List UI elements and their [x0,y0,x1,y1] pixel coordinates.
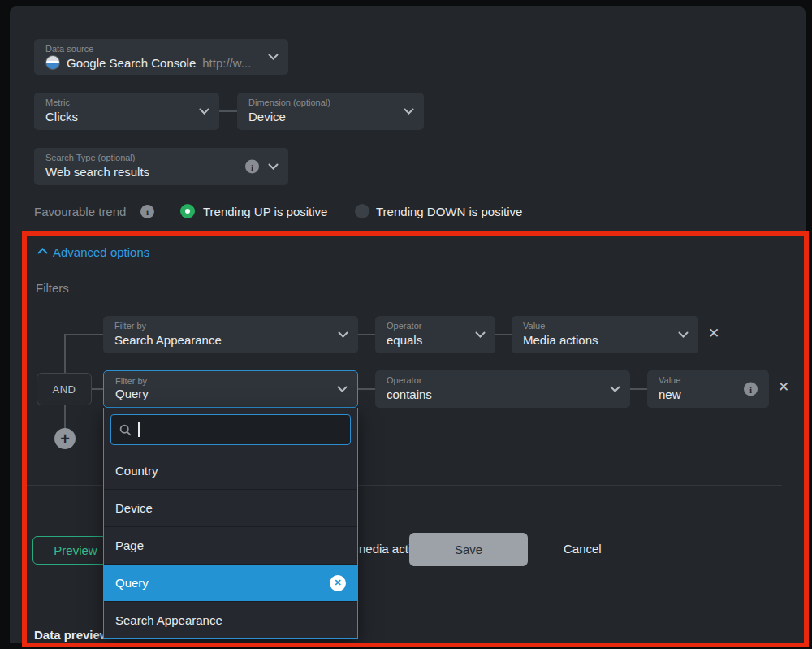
connector-line [92,388,103,390]
search-type-select[interactable]: Search Type (optional) Web search result… [34,148,288,185]
data-source-value: Google Search Console [67,56,196,70]
dropdown-search-input[interactable] [146,423,342,437]
radio-trending-down-label[interactable]: Trending DOWN is positive [376,205,522,218]
data-source-label: Data source [45,44,93,54]
filter1-operator-select[interactable]: Operator equals [375,316,495,353]
chevron-down-icon [475,331,486,338]
operator-label: Operator [387,321,421,331]
filter2-operator-select[interactable]: Operator contains [375,370,630,408]
text-cursor [138,422,140,437]
operator-label: Operator [387,375,421,385]
filter2-remove-icon[interactable]: ✕ [778,380,789,394]
chevron-down-icon [338,331,348,338]
filter2-value: new [659,387,681,401]
filter1-value: Media actions [523,333,598,347]
deselect-icon[interactable]: ✕ [330,575,346,591]
connector-line [219,110,237,112]
metric-select[interactable]: Metric Clicks [34,93,219,130]
radio-trending-down[interactable] [355,204,369,218]
search-type-value: Web search results [45,165,149,179]
chevron-down-icon [199,108,209,115]
dimension-label: Dimension (optional) [248,97,330,107]
filter1-operator-value: equals [387,333,422,347]
data-preview-heading: Data preview [34,628,110,642]
obscured-background-text: nedia acti [359,542,411,556]
search-icon [119,424,132,436]
connector-line [358,388,375,390]
favourable-trend-label: Favourable trend [34,205,126,218]
chevron-down-icon [268,163,279,170]
data-source-select[interactable]: Data source Google Search Console http:/… [34,39,288,75]
search-type-label: Search Type (optional) [45,153,135,162]
save-button[interactable]: Save [409,533,528,566]
chevron-down-icon [268,54,279,60]
filter1-filter-by-value: Search Appearance [114,333,222,347]
filter2-filter-by-value: Query [115,387,149,400]
connector-line [64,334,103,335]
connector-line [630,388,647,390]
dimension-select[interactable]: Dimension (optional) Device [237,93,424,130]
chevron-down-icon [337,386,348,392]
filter2-value-field[interactable]: Value new i [647,370,769,408]
chevron-up-icon[interactable] [37,248,48,254]
value-label: Value [523,321,545,331]
filter2-filter-by-select[interactable]: Filter by Query [103,370,358,408]
filter1-remove-icon[interactable]: ✕ [708,327,719,340]
cancel-button[interactable]: Cancel [564,542,602,556]
and-operator-button[interactable]: AND [37,373,92,405]
data-source-url: http://w... [202,56,251,70]
dropdown-option-search-appearance[interactable]: Search Appearance [104,601,357,638]
filters-label: Filters [36,281,69,295]
chevron-down-icon [610,386,620,392]
info-icon[interactable]: i [140,205,154,218]
filter-by-dropdown: Country Device Page Query ✕ Search Appea… [103,408,358,639]
radio-trending-up-label[interactable]: Trending UP is positive [203,205,327,218]
filter1-value-select[interactable]: Value Media actions [512,316,698,353]
filter-by-label: Filter by [114,321,146,331]
chevron-down-icon [678,331,689,338]
chevron-down-icon [404,108,414,115]
filter-by-label: Filter by [115,376,147,386]
google-search-console-icon [45,55,60,70]
metric-builder-screen: Data source Google Search Console http:/… [0,0,812,649]
dropdown-option-query[interactable]: Query ✕ [104,564,357,601]
filter2-operator-value: contains [387,387,432,401]
metric-label: Metric [45,97,70,107]
filter1-filter-by-select[interactable]: Filter by Search Appearance [103,316,358,353]
value-label: Value [659,375,680,385]
info-icon[interactable]: i [744,383,758,396]
add-filter-button[interactable]: + [54,428,76,449]
advanced-options-toggle[interactable]: Advanced options [53,245,149,259]
dimension-value: Device [248,110,286,123]
dropdown-option-device[interactable]: Device [104,489,357,526]
connector-line [495,334,512,335]
dropdown-search-box[interactable] [110,414,351,445]
connector-line [358,334,375,335]
dropdown-option-country[interactable]: Country [104,452,357,489]
radio-trending-up[interactable] [180,204,195,218]
info-icon[interactable]: i [245,160,259,174]
metric-value: Clicks [45,110,78,123]
dropdown-option-page[interactable]: Page [104,526,357,564]
